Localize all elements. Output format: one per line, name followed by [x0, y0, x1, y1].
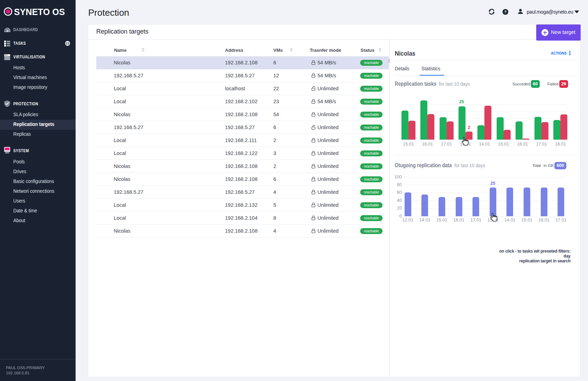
- svg-text:?: ?: [504, 10, 507, 14]
